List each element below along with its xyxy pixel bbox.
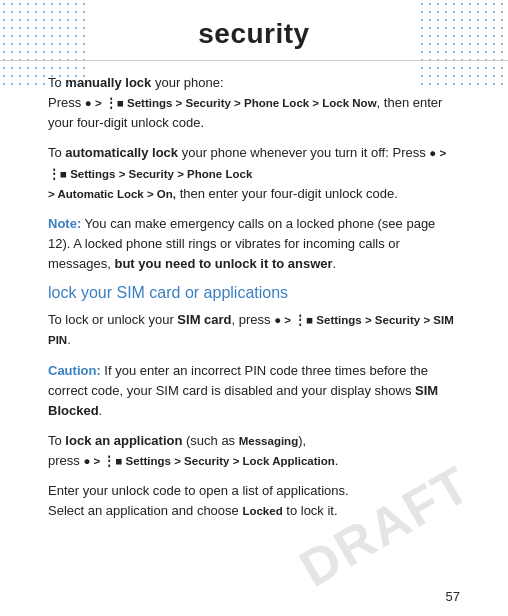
manually-lock-nav: ● > ⋮■ Settings > Security > Phone Lock … <box>85 97 377 109</box>
auto-lock-text: your phone whenever you turn it off: Pre… <box>178 145 429 160</box>
caution-para: Caution: If you enter an incorrect PIN c… <box>48 361 460 421</box>
auto-lock-para: To automatically lock your phone wheneve… <box>48 143 460 203</box>
note-bold: but you need to unlock it to answer <box>114 256 332 271</box>
sim-end: . <box>67 332 71 347</box>
note-end: . <box>333 256 337 271</box>
enter-unlock-line2: Select an application and choose <box>48 503 242 518</box>
lock-app-text: (such as <box>182 433 238 448</box>
auto-lock-intro: To <box>48 145 65 160</box>
page-header: security <box>0 0 508 61</box>
auto-lock-bold: automatically lock <box>65 145 178 160</box>
enter-unlock-bold: Locked <box>242 505 282 517</box>
page-container: security To manually lock your phone: Pr… <box>0 0 508 616</box>
caution-end: . <box>99 403 103 418</box>
note-label: Note: <box>48 216 81 231</box>
page-title: security <box>0 18 508 50</box>
page-number: 57 <box>446 589 460 604</box>
note-para: Note: You can make emergency calls on a … <box>48 214 460 274</box>
lock-app-inline: Messaging <box>239 435 298 447</box>
sim-heading: lock your SIM card or applications <box>48 284 460 302</box>
manually-lock-line2-pre: Press <box>48 95 85 110</box>
enter-unlock-para: Enter your unlock code to open a list of… <box>48 481 460 521</box>
sim-bold: SIM card <box>177 312 231 327</box>
lock-app-nav: ● > ⋮■ Settings > Security > Lock Applic… <box>83 455 334 467</box>
caution-text: If you enter an incorrect PIN code three… <box>48 363 428 398</box>
main-content: To manually lock your phone: Press ● > ⋮… <box>0 73 508 552</box>
auto-lock-text2: then enter your four-digit unlock code. <box>176 186 398 201</box>
lock-app-para: To lock an application (such as Messagin… <box>48 431 460 471</box>
auto-lock-nav2: > Automatic Lock > On, <box>48 188 176 200</box>
sim-intro: To lock or unlock your <box>48 312 177 327</box>
sim-para: To lock or unlock your SIM card, press ●… <box>48 310 460 350</box>
lock-app-text2: ), <box>298 433 306 448</box>
manually-lock-text: your phone: <box>151 75 223 90</box>
lock-app-line2: press <box>48 453 83 468</box>
manually-lock-para: To manually lock your phone: Press ● > ⋮… <box>48 73 460 133</box>
enter-unlock-end: to lock it. <box>283 503 338 518</box>
lock-app-intro: To <box>48 433 65 448</box>
caution-label: Caution: <box>48 363 101 378</box>
lock-app-bold: lock an application <box>65 433 182 448</box>
lock-app-end: . <box>335 453 339 468</box>
sim-text: , press <box>232 312 275 327</box>
enter-unlock-line1: Enter your unlock code to open a list of… <box>48 483 349 498</box>
